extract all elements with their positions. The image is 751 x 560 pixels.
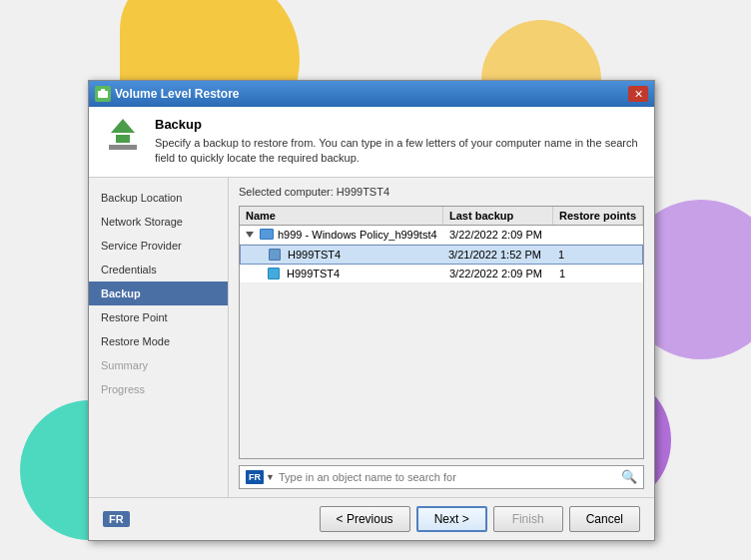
- arrow-up-icon: [111, 119, 135, 133]
- previous-button[interactable]: < Previous: [320, 506, 410, 532]
- row1-name: h999 - Windows Policy_h999tst4: [278, 229, 437, 241]
- table-body: h999 - Windows Policy_h999tst4 3/22/2022…: [240, 226, 643, 283]
- row2-name: H999TST4: [288, 249, 341, 261]
- header-title: Backup: [155, 117, 640, 132]
- dialog-icon: [95, 86, 111, 102]
- computer-icon: [260, 229, 274, 240]
- header-description: Specify a backup to restore from. You ca…: [155, 136, 640, 167]
- svg-rect-1: [101, 89, 105, 92]
- sidebar-item-backup-location[interactable]: Backup Location: [89, 186, 228, 210]
- volume-level-restore-dialog: Volume Level Restore ✕ Backup Specify a …: [88, 80, 655, 541]
- column-restore-points: Restore points: [553, 207, 643, 225]
- row3-backup: 3/22/2022 2:09 PM: [443, 265, 553, 282]
- left-nav: Backup Location Network Storage Service …: [89, 178, 229, 497]
- finish-button: Finish: [493, 506, 563, 532]
- next-button[interactable]: Next >: [416, 506, 487, 532]
- backup-table: Name Last backup Restore points h999 - W…: [239, 206, 644, 459]
- dialog-title: Volume Level Restore: [115, 87, 240, 101]
- close-button[interactable]: ✕: [628, 86, 648, 102]
- right-content: Selected computer: H999TST4 Name Last ba…: [229, 178, 654, 497]
- search-flag: FR: [246, 470, 264, 484]
- row2-name-cell: H999TST4: [241, 246, 442, 264]
- footer-left: FR: [103, 511, 130, 527]
- table-row[interactable]: H999TST4 3/22/2022 2:09 PM 1: [240, 265, 643, 283]
- row3-restore: 1: [553, 265, 643, 282]
- sidebar-item-service-provider[interactable]: Service Provider: [89, 234, 228, 258]
- language-badge: FR: [103, 511, 130, 527]
- server-icon: [269, 249, 281, 261]
- footer-buttons: < Previous Next > Finish Cancel: [320, 506, 640, 532]
- sidebar-item-progress: Progress: [89, 377, 228, 401]
- search-bar: FR ▼ 🔍: [239, 465, 644, 489]
- search-button[interactable]: 🔍: [621, 469, 637, 485]
- row1-restore: [553, 232, 643, 238]
- sidebar-item-summary: Summary: [89, 353, 228, 377]
- sidebar-item-backup[interactable]: Backup: [89, 281, 228, 305]
- restore-icon: [103, 117, 143, 157]
- table-row[interactable]: H999TST4 3/21/2022 1:52 PM 1: [240, 245, 643, 265]
- expand-arrow-icon: [246, 232, 254, 238]
- title-bar-left: Volume Level Restore: [95, 86, 240, 102]
- arrow-base: [109, 145, 137, 150]
- row2-restore: 1: [552, 246, 642, 264]
- row2-backup: 3/21/2022 1:52 PM: [442, 246, 552, 264]
- table-header: Name Last backup Restore points: [240, 207, 643, 226]
- row1-backup: 3/22/2022 2:09 PM: [443, 226, 553, 244]
- search-input[interactable]: [279, 471, 617, 483]
- row1-name-cell: h999 - Windows Policy_h999tst4: [240, 226, 443, 244]
- arrow-stem: [116, 135, 130, 143]
- sidebar-item-network-storage[interactable]: Network Storage: [89, 210, 228, 234]
- table-row[interactable]: h999 - Windows Policy_h999tst4 3/22/2022…: [240, 226, 643, 245]
- selected-computer-label: Selected computer: H999TST4: [239, 186, 644, 198]
- dialog-header: Backup Specify a backup to restore from.…: [89, 107, 654, 178]
- dropdown-arrow-icon[interactable]: ▼: [266, 472, 275, 482]
- row3-name: H999TST4: [287, 268, 340, 280]
- host-icon: [268, 268, 280, 280]
- row3-name-cell: H999TST4: [240, 265, 443, 282]
- sidebar-item-restore-point[interactable]: Restore Point: [89, 305, 228, 329]
- search-icon-box: FR ▼: [246, 470, 275, 484]
- sidebar-item-credentials[interactable]: Credentials: [89, 258, 228, 281]
- svg-rect-0: [98, 91, 108, 98]
- title-bar: Volume Level Restore ✕: [89, 81, 654, 107]
- dialog-footer: FR < Previous Next > Finish Cancel: [89, 497, 654, 540]
- column-last-backup: Last backup: [443, 207, 553, 225]
- cancel-button[interactable]: Cancel: [569, 506, 640, 532]
- header-content: Backup Specify a backup to restore from.…: [155, 117, 640, 167]
- sidebar-item-restore-mode[interactable]: Restore Mode: [89, 329, 228, 353]
- column-name: Name: [240, 207, 443, 225]
- dialog-body: Backup Location Network Storage Service …: [89, 178, 654, 497]
